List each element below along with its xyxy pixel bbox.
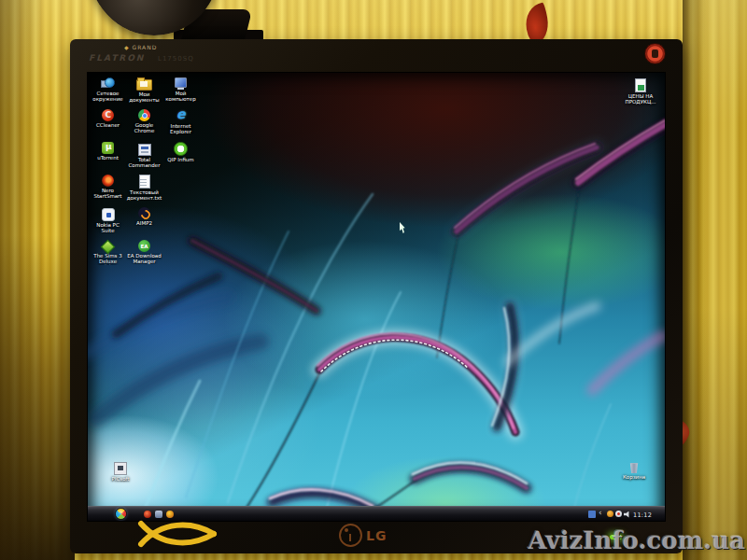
recycle-bin-icon: [629, 461, 640, 473]
lg-logo-text: LG: [366, 528, 387, 543]
desktop-icon-my-computer[interactable]: Мой компьютер: [162, 77, 199, 109]
desktop-icon-ccleaner[interactable]: CCleaner: [90, 109, 126, 142]
desktop-icon-recycle-bin[interactable]: Корзина: [613, 461, 655, 480]
desktop-icon-nokia-pc-suite[interactable]: Nokia PC Suite: [90, 207, 126, 240]
fish-sticker: [134, 519, 219, 549]
icon-label: AIMP2: [126, 220, 162, 226]
taskbar-clock[interactable]: 11:12: [633, 511, 652, 519]
icon-label: The Sims 3 Deluxe Edition: [90, 253, 126, 265]
icon-label: uTorrent: [90, 155, 126, 161]
language-indicator-icon[interactable]: [588, 511, 596, 518]
my-documents-icon: [136, 79, 152, 91]
spreadsheet-icon: [635, 78, 646, 92]
icon-label: Total Commander: [126, 157, 162, 168]
quick-launch: [144, 511, 174, 518]
desktop-icon-ea-download[interactable]: EA Download Manager: [126, 240, 162, 273]
icon-label: ЦЕНЫ НА ПРОДУКЦ...: [616, 93, 665, 105]
desktop-icon-qip-infium[interactable]: QIP Infium: [162, 142, 199, 175]
monitor-model-label: L1750SQ: [158, 55, 194, 63]
aimp-icon: [138, 207, 150, 219]
lg-logo: LG: [339, 524, 387, 547]
red-round-sticker: [644, 43, 666, 64]
icon-label: Мой компьютер: [162, 91, 199, 102]
qip-icon: [174, 142, 188, 156]
desktop-icon-network-places[interactable]: Сетевое окружение: [90, 77, 126, 109]
text-document-icon: [139, 175, 150, 189]
agent-tray-icon[interactable]: [615, 511, 622, 517]
icon-label: Корзина: [613, 474, 655, 480]
wall-left-shadow: [0, 0, 75, 560]
icon-label: Текстовый документ.txt: [126, 189, 162, 201]
quicklaunch-browser-icon[interactable]: [166, 511, 174, 518]
desktop-icon-sims3[interactable]: The Sims 3 Deluxe Edition: [90, 240, 126, 273]
hidden-icons-arrow-icon[interactable]: [599, 508, 602, 517]
monitor-brand-label: FLATRON: [89, 53, 145, 63]
desktop-icon-picsoft[interactable]: PICsoft: [99, 461, 142, 482]
desktop-icon-nero-startsmart[interactable]: Nero StartSmart: [90, 175, 126, 207]
icon-label: Internet Explorer: [162, 123, 199, 134]
ccleaner-icon: [102, 109, 114, 121]
icon-label: PICsoft: [99, 476, 142, 482]
icon-label: QIP Infium: [162, 157, 199, 162]
icon-label: Nokia PC Suite: [90, 222, 126, 233]
desktop-icon-internet-explorer[interactable]: Internet Explorer: [162, 109, 199, 142]
icon-label: Сетевое окружение: [90, 91, 126, 102]
ea-icon: [138, 240, 150, 252]
wall-right-shadow: [683, 0, 747, 560]
chrome-icon: [138, 109, 150, 121]
watermark: AvizInfo.com.ua: [528, 526, 745, 554]
desktop-icon-grid: Сетевое окружение Мои документы Мой комп…: [90, 77, 199, 273]
network-places-icon: [101, 77, 115, 90]
icon-label: Google Chrome: [126, 122, 162, 133]
desktop-icon-text-document[interactable]: Текстовый документ.txt: [126, 175, 162, 207]
my-computer-icon: [174, 77, 188, 90]
volume-icon[interactable]: [624, 511, 631, 518]
desktop-icon-aimp2[interactable]: AIMP2: [126, 207, 162, 240]
quicklaunch-documents-icon[interactable]: [155, 511, 162, 518]
icon-label: Nero StartSmart: [90, 188, 126, 199]
desktop-icon-price-list[interactable]: ЦЕНЫ НА ПРОДУКЦ...: [616, 78, 665, 105]
nero-icon: [102, 175, 114, 187]
picsoft-icon: [114, 462, 127, 475]
lg-monitor: GRAND FLATRON L1750SQ: [70, 39, 683, 553]
desktop[interactable]: Сетевое окружение Мои документы Мой комп…: [87, 72, 666, 522]
icon-label: EA Download Manager: [126, 253, 162, 264]
desktop-icon-my-documents[interactable]: Мои документы: [126, 77, 162, 109]
desktop-icon-utorrent[interactable]: uTorrent: [90, 142, 126, 175]
desktop-icon-total-commander[interactable]: Total Commander: [126, 142, 162, 175]
icon-label: CCleaner: [90, 122, 126, 128]
sims3-icon: [101, 240, 116, 255]
start-button[interactable]: [115, 508, 127, 520]
desktop-icon-google-chrome[interactable]: Google Chrome: [126, 109, 162, 142]
lg-face-icon: [339, 524, 362, 547]
webcam-brand-label: GRAND: [124, 44, 157, 50]
nokia-icon: [102, 208, 115, 221]
total-commander-icon: [138, 144, 151, 156]
aimp-tray-icon[interactable]: [607, 511, 613, 517]
quicklaunch-nero-icon[interactable]: [144, 511, 151, 518]
utorrent-icon: [102, 142, 114, 154]
internet-explorer-icon: [174, 109, 188, 122]
icon-label: Мои документы: [126, 91, 162, 103]
